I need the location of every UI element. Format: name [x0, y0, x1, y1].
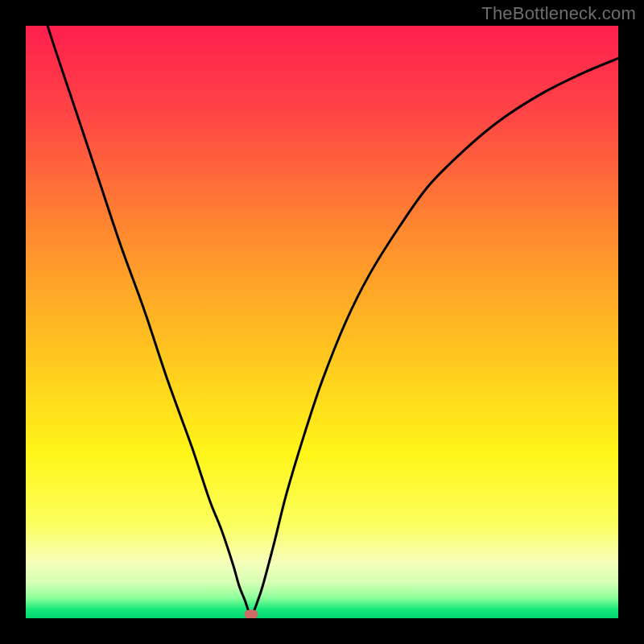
gradient-background [26, 26, 618, 618]
plot-area [26, 26, 618, 618]
plot-svg [26, 26, 618, 618]
chart-frame: TheBottleneck.com [0, 0, 644, 644]
optimal-marker [244, 609, 258, 618]
watermark-text: TheBottleneck.com [481, 3, 636, 24]
